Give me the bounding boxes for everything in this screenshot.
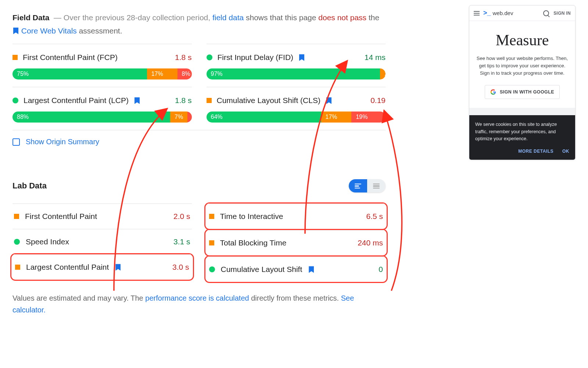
more-details-link[interactable]: MORE DETAILS bbox=[518, 148, 553, 155]
search-icon[interactable] bbox=[543, 10, 549, 16]
webdev-logo[interactable]: >_web.dev bbox=[483, 9, 513, 17]
bookmark-icon bbox=[309, 266, 314, 273]
green-dot-icon bbox=[207, 54, 212, 60]
lab-metric-value: 240 ms bbox=[358, 238, 383, 247]
dist-segment: 2% bbox=[380, 68, 386, 79]
highlight-box: Total Blocking Time 240 ms bbox=[204, 229, 388, 256]
webdev-panel: >_web.dev SIGN IN Measure See how well y… bbox=[469, 5, 576, 160]
bookmark-icon bbox=[13, 28, 18, 34]
view-toggle[interactable] bbox=[349, 179, 386, 192]
checkbox-icon[interactable] bbox=[12, 138, 20, 146]
bookmark-icon bbox=[326, 97, 331, 104]
lab-metric-row: Cumulative Layout Shift 0 bbox=[208, 256, 385, 282]
lab-metric-name: Total Blocking Time bbox=[220, 238, 287, 247]
lab-metric-row: First Contentful Paint 2.0 s bbox=[12, 204, 192, 229]
lab-metric-name: Speed Index bbox=[26, 237, 69, 246]
bookmark-icon bbox=[115, 264, 121, 270]
dist-segment: 17% bbox=[147, 68, 178, 79]
distribution-bar: 88%7%4% bbox=[12, 112, 192, 123]
lab-metric-value: 3.0 s bbox=[172, 263, 189, 272]
green-dot-icon bbox=[14, 239, 20, 245]
field-data-intro: Field Data — Over the previous 28-day co… bbox=[12, 11, 386, 37]
perf-score-link[interactable]: performance score is calculated bbox=[145, 294, 249, 302]
bookmark-icon bbox=[299, 54, 304, 61]
highlight-box: Cumulative Layout Shift 0 bbox=[204, 255, 388, 283]
bookmark-icon bbox=[135, 97, 140, 104]
menu-icon[interactable] bbox=[474, 11, 480, 15]
highlight-box: Time to Interactive 6.5 s bbox=[204, 202, 388, 230]
metric-name: First Input Delay (FID) bbox=[218, 53, 294, 62]
google-icon bbox=[490, 89, 496, 95]
view-toggle-left[interactable] bbox=[349, 179, 367, 192]
signin-google-button[interactable]: SIGN IN WITH GOOGLE bbox=[485, 85, 560, 99]
dist-segment: 8% bbox=[178, 68, 192, 79]
orange-square-icon bbox=[209, 214, 214, 219]
metric-value: 1.8 s bbox=[175, 96, 192, 105]
lab-metric-name: Largest Contentful Paint bbox=[26, 263, 109, 272]
dist-segment: 19% bbox=[351, 112, 386, 123]
dist-segment: 17% bbox=[321, 112, 352, 123]
dist-segment: 88% bbox=[12, 112, 170, 123]
lab-metric-name: Time to Interactive bbox=[220, 212, 283, 221]
metric-name: Cumulative Layout Shift (CLS) bbox=[217, 96, 320, 105]
orange-square-icon bbox=[209, 240, 214, 245]
field-metric: Largest Contentful Paint (LCP) 1.8 s 88%… bbox=[12, 87, 192, 130]
highlight-box: Largest Contentful Paint 3.0 s bbox=[10, 253, 194, 281]
measure-description: See how well your website performs. Then… bbox=[476, 55, 569, 77]
orange-square-icon bbox=[14, 214, 19, 219]
dist-segment: 4% bbox=[187, 112, 191, 123]
measure-heading: Measure bbox=[476, 31, 569, 49]
lab-metric-row: Largest Contentful Paint 3.0 s bbox=[14, 254, 191, 280]
dist-segment: 97% bbox=[207, 68, 380, 79]
dist-segment: 75% bbox=[12, 68, 147, 79]
distribution-bar: 64%17%19% bbox=[207, 112, 386, 123]
metric-value: 1.8 s bbox=[175, 53, 192, 62]
lab-metric-name: Cumulative Layout Shift bbox=[221, 265, 302, 274]
orange-square-icon bbox=[207, 98, 212, 103]
lab-metric-value: 6.5 s bbox=[366, 212, 383, 221]
distribution-bar: 97%2%1% bbox=[207, 68, 386, 79]
dist-segment: 64% bbox=[207, 112, 321, 123]
orange-square-icon bbox=[15, 265, 20, 270]
field-metric: First Input Delay (FID) 14 ms 97%2%1% bbox=[207, 44, 386, 87]
metric-name: First Contentful Paint (FCP) bbox=[23, 53, 118, 62]
green-dot-icon bbox=[209, 266, 215, 272]
dist-segment: 7% bbox=[170, 112, 187, 123]
metric-value: 0.19 bbox=[370, 96, 386, 105]
field-metric: Cumulative Layout Shift (CLS) 0.19 64%17… bbox=[207, 87, 386, 130]
cookie-banner: We serve cookies on this site to analyze… bbox=[469, 115, 575, 160]
field-data-link[interactable]: field data bbox=[212, 13, 244, 22]
metric-value: 14 ms bbox=[365, 53, 386, 62]
green-dot-icon bbox=[12, 98, 18, 103]
lab-metric-row: Time to Interactive 6.5 s bbox=[208, 204, 385, 229]
lab-data-title: Lab Data bbox=[12, 181, 47, 191]
lab-metric-row: Speed Index 3.1 s bbox=[12, 229, 192, 254]
field-data-label: Field Data bbox=[12, 13, 49, 22]
lab-metric-value: 3.1 s bbox=[173, 237, 190, 246]
does-not-pass: does not pass bbox=[318, 13, 366, 22]
distribution-bar: 75%17%8% bbox=[12, 68, 192, 79]
show-origin-summary[interactable]: Show Origin Summary bbox=[12, 130, 386, 153]
lab-metric-name: First Contentful Paint bbox=[25, 212, 97, 221]
metric-name: Largest Contentful Paint (LCP) bbox=[24, 96, 129, 105]
lab-metric-value: 2.0 s bbox=[173, 212, 190, 221]
view-toggle-right[interactable] bbox=[367, 179, 386, 192]
signin-link[interactable]: SIGN IN bbox=[553, 11, 571, 16]
orange-square-icon bbox=[12, 55, 18, 60]
cookie-ok-button[interactable]: OK bbox=[562, 148, 569, 155]
footer-note: Values are estimated and may vary. The p… bbox=[12, 292, 354, 316]
lab-metric-value: 0 bbox=[379, 265, 383, 274]
field-metric: First Contentful Paint (FCP) 1.8 s 75%17… bbox=[12, 44, 192, 87]
core-web-vitals-link[interactable]: Core Web Vitals bbox=[21, 26, 77, 35]
lab-metric-row: Total Blocking Time 240 ms bbox=[208, 230, 385, 255]
